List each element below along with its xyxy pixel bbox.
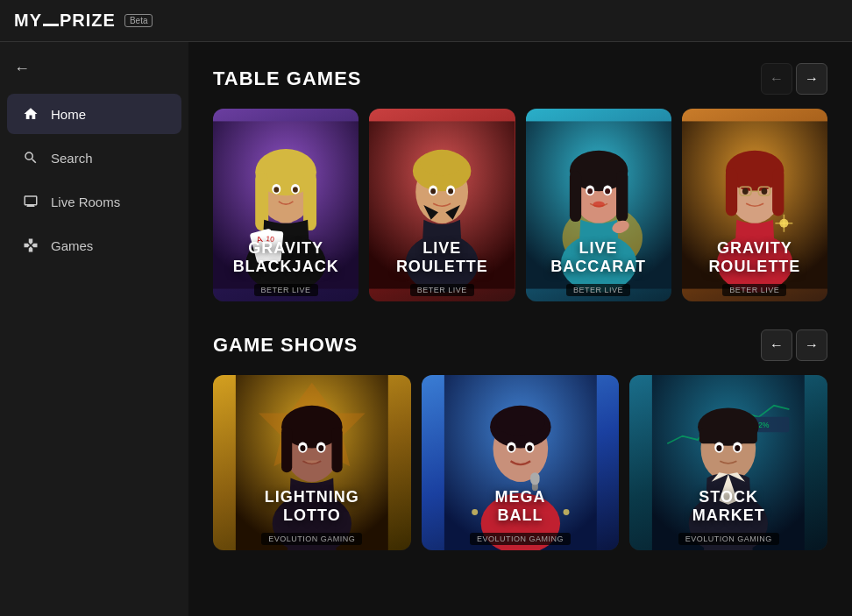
card-title-line1-live-baccarat: LIVE — [526, 239, 671, 258]
logo: MYPRIZE Beta — [14, 11, 153, 31]
svg-rect-45 — [772, 168, 784, 216]
sidebar-item-live-rooms-label: Live Rooms — [51, 195, 120, 209]
card-label-gravity-roulette: GRAVITY ROULETTE — [682, 239, 827, 277]
provider-text-gravity-bj: BETER LIVE — [254, 284, 318, 296]
provider-badge-live-baccarat: BETER LIVE — [526, 280, 671, 296]
sidebar-item-games[interactable]: Games — [7, 225, 181, 266]
gamepad-icon — [21, 236, 40, 255]
game-shows-section: GAME SHOWS ← → — [213, 329, 827, 550]
card-title-line2-gravity-bj: BLACKJACK — [213, 258, 359, 277]
card-title-line2-gravity-roulette: ROULETTE — [682, 258, 827, 277]
svg-point-50 — [761, 188, 767, 194]
svg-point-24 — [448, 188, 453, 195]
card-label-live-roulette: LIVE ROULETTE — [369, 239, 515, 277]
game-shows-prev-button[interactable]: ← — [761, 329, 792, 361]
svg-point-49 — [742, 188, 749, 194]
game-card-live-baccarat[interactable]: LIVE BACCARAT BETER LIVE — [526, 109, 671, 301]
provider-text-live-baccarat: BETER LIVE — [566, 284, 630, 296]
svg-point-78 — [496, 408, 545, 435]
table-games-title: TABLE GAMES — [213, 67, 361, 90]
svg-point-82 — [527, 445, 532, 451]
sidebar-item-home[interactable]: Home — [7, 94, 181, 134]
svg-point-10 — [293, 187, 298, 193]
search-icon — [21, 148, 40, 167]
svg-point-20 — [420, 150, 464, 176]
game-shows-next-button[interactable]: → — [796, 329, 827, 361]
game-card-gravity-roulette[interactable]: GRAVITY ROULETTE BETER LIVE — [682, 109, 827, 301]
game-shows-nav: ← → — [761, 329, 827, 361]
table-games-header: TABLE GAMES ← → — [213, 63, 827, 95]
sidebar-item-live-rooms[interactable]: Live Rooms — [7, 181, 181, 222]
provider-text-lightning-lotto: EVOLUTION GAMING — [261, 533, 362, 545]
card-title-line1-mega-ball: MEGA — [422, 488, 620, 507]
game-card-live-roulette[interactable]: LIVE ROULETTE BETER LIVE — [369, 109, 515, 301]
provider-badge-gravity-bj: BETER LIVE — [213, 280, 359, 296]
back-button[interactable]: ← — [0, 53, 188, 92]
svg-point-37 — [593, 202, 604, 208]
card-label-lightning-lotto: LIGHTNING LOTTO — [213, 488, 411, 526]
game-shows-title: GAME SHOWS — [213, 334, 358, 357]
game-card-lightning-lotto[interactable]: LIGHTNING LOTTO EVOLUTION GAMING — [213, 375, 411, 550]
provider-text-gravity-roulette: BETER LIVE — [722, 284, 786, 296]
card-label-stock-market: STOCK MARKET — [629, 488, 827, 526]
svg-point-9 — [273, 187, 279, 193]
game-card-stock-market[interactable]: +5.2% — [629, 375, 827, 550]
card-title-line1-gravity-bj: GRAVITY — [213, 239, 359, 258]
card-title-line2-lightning-lotto: LOTTO — [213, 506, 411, 526]
card-title-line2-stock-market: MARKET — [629, 506, 827, 526]
content-area: TABLE GAMES ← → — [188, 42, 852, 616]
svg-point-35 — [587, 188, 593, 195]
table-games-section: TABLE GAMES ← → — [213, 63, 827, 301]
provider-badge-gravity-roulette: BETER LIVE — [682, 280, 827, 296]
svg-point-97 — [735, 445, 741, 451]
svg-rect-84 — [530, 472, 539, 485]
svg-point-96 — [717, 445, 722, 451]
table-games-nav: ← → — [761, 63, 827, 95]
sidebar-item-search-label: Search — [51, 151, 93, 166]
card-title-line1-lightning-lotto: LIGHTNING — [213, 488, 411, 507]
home-icon — [21, 104, 40, 124]
provider-badge-lightning-lotto: EVOLUTION GAMING — [213, 529, 411, 545]
provider-badge-mega-ball: EVOLUTION GAMING — [422, 529, 620, 545]
provider-badge-stock-market: EVOLUTION GAMING — [629, 529, 827, 545]
card-label-live-baccarat: LIVE BACCARAT — [526, 239, 671, 277]
card-title-line2-mega-ball: BALL — [422, 506, 620, 526]
svg-point-36 — [605, 188, 610, 195]
provider-text-mega-ball: EVOLUTION GAMING — [470, 533, 571, 545]
svg-rect-32 — [616, 171, 628, 222]
game-shows-header: GAME SHOWS ← → — [213, 329, 827, 361]
main-layout: ← Home Search Live Rooms — [0, 42, 852, 616]
card-label-gravity-bj: GRAVITY BLACKJACK — [213, 239, 359, 277]
game-card-gravity-blackjack[interactable]: A 10 GRAVITY BLACKJACK BETER LIVE — [213, 109, 359, 301]
provider-text-live-roulette: BETER LIVE — [410, 284, 474, 296]
svg-rect-93 — [699, 428, 757, 443]
svg-point-81 — [508, 445, 514, 451]
provider-badge-live-roulette: BETER LIVE — [369, 280, 515, 296]
svg-point-23 — [430, 188, 436, 195]
table-games-cards: A 10 GRAVITY BLACKJACK BETER LIVE — [213, 109, 827, 301]
provider-text-stock-market: EVOLUTION GAMING — [678, 533, 779, 545]
svg-rect-61 — [331, 427, 342, 472]
sidebar-item-search[interactable]: Search — [7, 138, 181, 178]
topbar: MYPRIZE Beta — [0, 0, 852, 42]
game-card-mega-ball[interactable]: MEGA BALL EVOLUTION GAMING — [422, 375, 620, 550]
svg-rect-31 — [569, 171, 580, 222]
sidebar-item-home-label: Home — [51, 107, 86, 122]
card-title-line1-live-roulette: LIVE — [369, 239, 515, 258]
svg-point-64 — [300, 445, 305, 451]
card-title-line1-stock-market: STOCK — [629, 488, 827, 507]
beta-badge: Beta — [124, 14, 153, 27]
sidebar: ← Home Search Live Rooms — [0, 42, 188, 616]
monitor-icon — [21, 192, 40, 211]
game-shows-cards: LIGHTNING LOTTO EVOLUTION GAMING — [213, 375, 827, 550]
card-title-line2-live-baccarat: BACCARAT — [526, 258, 671, 277]
table-games-prev-button[interactable]: ← — [761, 63, 792, 95]
card-title-line1-gravity-roulette: GRAVITY — [682, 239, 827, 258]
svg-rect-44 — [726, 168, 737, 216]
sidebar-item-games-label: Games — [51, 238, 93, 253]
svg-rect-60 — [281, 427, 292, 472]
card-title-line2-live-roulette: ROULETTE — [369, 258, 515, 277]
card-label-mega-ball: MEGA BALL — [422, 488, 620, 526]
svg-point-65 — [318, 445, 323, 451]
table-games-next-button[interactable]: → — [796, 63, 827, 95]
